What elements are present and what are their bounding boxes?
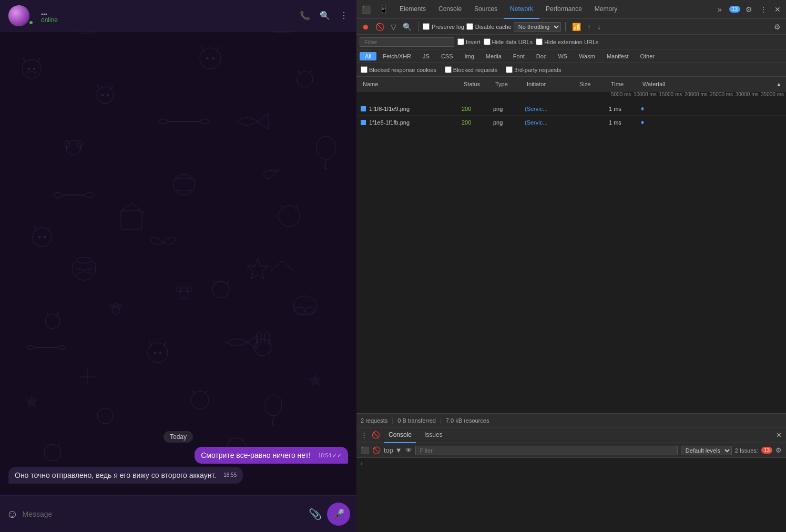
more-options-devtools-icon[interactable]: ⋮ (758, 4, 769, 15)
col-header-waterfall[interactable]: Waterfall ▲ (642, 81, 784, 87)
row2-waterfall (640, 116, 786, 129)
bubble-inner-received: Оно точно отправлено, ведь я его вижу со… (8, 467, 243, 484)
type-tab-ws[interactable]: WS (553, 52, 573, 60)
throttling-select[interactable]: No throttling (514, 22, 561, 32)
tab-elements[interactable]: Elements (393, 0, 432, 19)
type-tab-wasm[interactable]: Wasm (574, 52, 600, 60)
more-options-icon[interactable]: ⋮ (340, 11, 348, 21)
blocked-row: Blocked response cookies Blocked request… (356, 63, 786, 77)
console-menu-icon[interactable]: ⋮ (361, 431, 368, 439)
attach-button[interactable]: 📎 (309, 508, 322, 520)
console-tab-issues[interactable]: Issues (420, 427, 447, 443)
col-header-name[interactable]: Name (359, 81, 464, 87)
console-expand-arrow[interactable]: › (361, 460, 363, 467)
tab-sources[interactable]: Sources (468, 0, 504, 19)
separator-2 (565, 22, 566, 32)
wf-35000: 35000 ms (761, 91, 784, 102)
emoji-button[interactable]: ☺ (6, 507, 18, 521)
filter-input[interactable] (360, 37, 454, 47)
messages-area: Today Смотрите все-равно ничего нет! 18:… (0, 32, 356, 495)
type-tab-all[interactable]: All (360, 52, 376, 60)
console-tab-console[interactable]: Console (384, 427, 416, 443)
network-conditions-icon[interactable]: 📶 (570, 22, 583, 32)
col-header-time[interactable]: Time (611, 81, 642, 87)
waterfall-timescale: 5000 ms 10000 ms 15000 ms 20000 ms 25000… (356, 91, 786, 102)
type-tab-fetch[interactable]: Fetch/XHR (377, 52, 416, 60)
search-icon[interactable]: 🔍 (320, 11, 330, 21)
console-settings-icon[interactable]: ⚙ (775, 446, 782, 454)
settings-icon[interactable]: ⚙ (743, 4, 754, 15)
hide-extension-urls-wrap: Hide extension URLs (536, 38, 598, 45)
invert-checkbox[interactable] (457, 38, 464, 45)
blocked-response-cookies-checkbox[interactable] (361, 66, 368, 73)
console-eye-icon[interactable]: 👁 (405, 446, 412, 454)
row1-waterfall (640, 102, 786, 115)
row2-waterfall-bar (641, 121, 644, 124)
table-row[interactable]: 1f1f8-1f1e9.png 200 png (Servic... 1 ms (356, 102, 786, 116)
table-row[interactable]: 1f1e8-1f1fb.png 200 png (Servic... 1 ms (356, 116, 786, 129)
phone-icon[interactable]: 📞 (300, 11, 310, 21)
date-divider: Today (8, 433, 348, 441)
console-clear-icon[interactable]: 🚫 (372, 431, 380, 439)
message-input[interactable] (22, 506, 304, 523)
export-icon[interactable]: ↓ (595, 22, 603, 32)
hide-data-urls-label: Hide data URLs (492, 39, 533, 45)
type-tab-js[interactable]: JS (417, 52, 435, 60)
console-level-select[interactable]: Default levels (681, 446, 732, 455)
device-toggle-icon[interactable]: 📱 (377, 4, 390, 15)
status-sep-1: | (392, 417, 393, 424)
type-tab-img[interactable]: Img (460, 52, 479, 60)
search-network-icon[interactable]: 🔍 (401, 22, 414, 32)
type-tabs: All Fetch/XHR JS CSS Img Media Font Doc … (356, 49, 786, 63)
blocked-response-cookies-wrap: Blocked response cookies (361, 66, 436, 73)
third-party-requests-checkbox[interactable] (506, 66, 513, 73)
close-console-icon[interactable]: ✕ (776, 431, 782, 439)
tab-network[interactable]: Network (504, 0, 539, 19)
avatar (8, 5, 29, 26)
voice-record-button[interactable]: 🎤 (327, 503, 350, 526)
type-tab-doc[interactable]: Doc (531, 52, 552, 60)
filter-icon[interactable]: ▽ (389, 22, 399, 32)
console-no-entry-icon[interactable]: 🚫 (372, 446, 381, 454)
type-tab-font[interactable]: Font (508, 52, 530, 60)
preserve-log-checkbox[interactable] (423, 23, 430, 30)
col-header-size[interactable]: Size (579, 81, 611, 87)
avatar-image (8, 5, 29, 26)
hide-data-urls-checkbox[interactable] (484, 38, 491, 45)
console-dock-icon[interactable]: ⬛ (361, 446, 369, 454)
type-tab-manifest[interactable]: Manifest (601, 52, 634, 60)
record-button[interactable]: ⏺ (360, 22, 371, 32)
contact-name: ... (41, 8, 290, 16)
dock-icon[interactable]: ⬛ (360, 4, 373, 15)
third-party-requests-label: 3rd-party requests (514, 67, 561, 73)
console-header: ⋮ 🚫 Console Issues ✕ (356, 427, 786, 443)
settings-network-icon[interactable]: ⚙ (772, 22, 783, 32)
avatar-wrap (8, 5, 35, 26)
console-filter-input[interactable] (415, 446, 678, 455)
read-receipts: ✓✓ (332, 452, 342, 459)
row2-initiator: (Servic... (525, 119, 577, 126)
tab-performance[interactable]: Performance (539, 0, 588, 19)
issues-badge[interactable]: 13 (729, 6, 740, 13)
disable-cache-checkbox[interactable] (466, 23, 473, 30)
col-header-status[interactable]: Status (464, 81, 495, 87)
import-icon[interactable]: ↑ (585, 22, 593, 32)
tab-memory[interactable]: Memory (588, 0, 624, 19)
clear-button[interactable]: 🚫 (373, 22, 386, 32)
more-tabs-icon[interactable]: » (716, 4, 724, 15)
type-tab-media[interactable]: Media (481, 52, 507, 60)
col-header-initiator[interactable]: Initiator (527, 81, 579, 87)
col-header-type[interactable]: Type (495, 81, 527, 87)
close-devtools-icon[interactable]: ✕ (772, 4, 783, 15)
type-tab-css[interactable]: CSS (436, 52, 458, 60)
devtools-toolbar: ⏺ 🚫 ▽ 🔍 Preserve log Disable cache No th… (356, 19, 786, 35)
issues-label: 2 Issues: (735, 447, 758, 454)
blocked-requests-checkbox[interactable] (445, 66, 452, 73)
message-time-received: 18:55 (223, 472, 237, 478)
issues-count-badge[interactable]: 13 (761, 447, 772, 454)
tab-console[interactable]: Console (432, 0, 468, 19)
console-context-select[interactable]: top ▼ (384, 446, 402, 454)
preserve-log-label: Preserve log (432, 24, 464, 30)
hide-extension-urls-checkbox[interactable] (536, 38, 543, 45)
type-tab-other[interactable]: Other (635, 52, 660, 60)
